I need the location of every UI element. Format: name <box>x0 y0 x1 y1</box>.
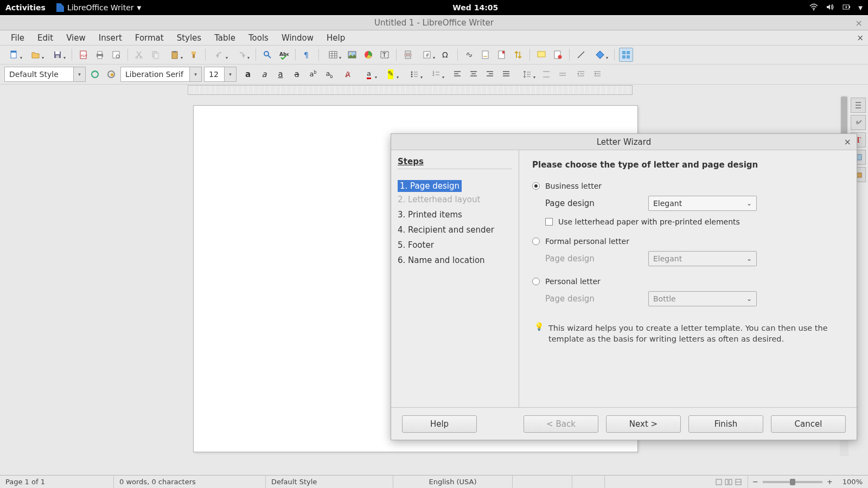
line-spacing-button[interactable] <box>518 67 537 81</box>
insert-image-button[interactable] <box>345 48 359 62</box>
radio-formal-label[interactable]: Formal personal letter <box>545 237 629 246</box>
menu-help[interactable]: Help <box>320 31 352 45</box>
underline-button[interactable]: a <box>273 67 288 81</box>
menu-file[interactable]: File <box>4 31 31 45</box>
zoom-in-icon[interactable]: + <box>827 478 833 486</box>
wizard-step-2[interactable]: 2. Letterhead layout <box>398 192 512 207</box>
zoom-controls[interactable]: − + <box>748 478 837 486</box>
wizard-cancel-button[interactable]: Cancel <box>771 415 846 433</box>
menu-window[interactable]: Window <box>275 31 320 45</box>
status-view-buttons[interactable] <box>710 476 748 488</box>
activities-button[interactable]: Activities <box>5 3 46 12</box>
bullet-list-button[interactable] <box>405 67 424 81</box>
save-button[interactable] <box>48 48 67 62</box>
font-color-button[interactable]: a <box>359 67 379 81</box>
strikethrough-button[interactable]: a <box>290 67 304 81</box>
status-selection[interactable] <box>572 476 605 488</box>
sidebar-tab-properties[interactable] <box>851 98 866 113</box>
zoom-slider[interactable] <box>763 481 822 483</box>
redo-button[interactable] <box>232 48 251 62</box>
wifi-icon[interactable] <box>809 3 818 12</box>
app-menu[interactable]: LibreOffice Writer ▼ <box>56 3 141 12</box>
formatting-marks-button[interactable]: ¶ <box>300 48 314 62</box>
battery-icon[interactable] <box>842 3 851 12</box>
radio-business-letter[interactable] <box>532 182 540 190</box>
increase-indent-button[interactable] <box>574 67 588 81</box>
number-list-button[interactable]: 12 <box>426 67 446 81</box>
wizard-help-button[interactable]: Help <box>402 415 477 433</box>
menu-insert[interactable]: Insert <box>92 31 129 45</box>
status-page[interactable]: Page 1 of 1 <box>0 476 114 488</box>
font-size-combo[interactable]: 12▾ <box>204 67 237 82</box>
menu-styles[interactable]: Styles <box>170 31 208 45</box>
wizard-step-5[interactable]: 5. Footer <box>398 237 512 253</box>
wizard-close-button[interactable]: × <box>844 137 851 147</box>
menu-format[interactable]: Format <box>129 31 170 45</box>
highlight-button[interactable]: ✎ <box>381 67 400 81</box>
align-justify-button[interactable] <box>499 67 513 81</box>
wizard-step-1[interactable]: 1. Page design <box>398 180 512 192</box>
new-style-button[interactable]: ★ <box>104 67 118 81</box>
clock[interactable]: Wed 14:05 <box>452 3 498 12</box>
export-pdf-button[interactable]: PDF <box>76 48 91 62</box>
insert-textbox-button[interactable]: T <box>378 48 392 62</box>
horizontal-ruler[interactable] <box>188 85 633 95</box>
sidebar-tab-styles[interactable] <box>851 115 866 130</box>
print-preview-button[interactable] <box>109 48 123 62</box>
zoom-out-icon[interactable]: − <box>752 478 758 486</box>
undo-button[interactable] <box>210 48 229 62</box>
cross-ref-button[interactable] <box>511 48 525 62</box>
print-button[interactable] <box>93 48 107 62</box>
system-tray[interactable]: ▼ <box>809 3 863 12</box>
wizard-title-bar[interactable]: Letter Wizard × <box>391 134 857 150</box>
copy-button[interactable] <box>149 48 163 62</box>
decrease-indent-button[interactable] <box>590 67 604 81</box>
italic-button[interactable]: a <box>257 67 271 81</box>
font-name-combo[interactable]: Liberation Serif▾ <box>120 67 202 82</box>
radio-personal-letter[interactable] <box>532 278 540 285</box>
menu-table[interactable]: Table <box>208 31 242 45</box>
window-close-button[interactable]: × <box>856 18 863 28</box>
track-changes-button[interactable] <box>551 48 565 62</box>
letterhead-checkbox[interactable] <box>545 218 553 226</box>
para-space-inc-button[interactable] <box>539 67 553 81</box>
insert-field-button[interactable]: # <box>417 48 437 62</box>
document-close-button[interactable]: × <box>857 33 864 43</box>
paste-button[interactable] <box>165 48 184 62</box>
find-replace-button[interactable] <box>260 48 275 62</box>
radio-business-label[interactable]: Business letter <box>545 182 602 190</box>
wizard-next-button[interactable]: Next > <box>606 415 681 433</box>
comment-button[interactable] <box>534 48 548 62</box>
spellcheck-button[interactable]: Abc <box>277 48 291 62</box>
wizard-step-4[interactable]: 4. Recipient and sender <box>398 222 512 237</box>
special-char-button[interactable]: Ω <box>439 48 453 62</box>
volume-icon[interactable] <box>826 3 834 12</box>
subscript-button[interactable]: ab <box>322 67 336 81</box>
paragraph-style-combo[interactable]: Default Style▾ <box>4 67 86 82</box>
new-doc-button[interactable] <box>4 48 24 62</box>
status-language[interactable]: English (USA) <box>393 476 513 488</box>
status-style[interactable]: Default Style <box>266 476 393 488</box>
wizard-step-6[interactable]: 6. Name and location <box>398 253 512 268</box>
chevron-down-icon[interactable]: ▼ <box>858 5 863 11</box>
page-design-select-business[interactable]: Elegant <box>648 196 757 211</box>
superscript-button[interactable]: ab <box>306 67 320 81</box>
footnote-button[interactable] <box>478 48 493 62</box>
hyperlink-button[interactable] <box>462 48 476 62</box>
status-words[interactable]: 0 words, 0 characters <box>114 476 266 488</box>
insert-chart-button[interactable] <box>361 48 375 62</box>
wizard-finish-button[interactable]: Finish <box>688 415 763 433</box>
radio-personal-label[interactable]: Personal letter <box>545 277 601 286</box>
align-center-button[interactable] <box>467 67 481 81</box>
cut-button[interactable] <box>132 48 146 62</box>
radio-formal-letter[interactable] <box>532 237 540 245</box>
page-break-button[interactable] <box>401 48 415 62</box>
menu-tools[interactable]: Tools <box>242 31 275 45</box>
line-button[interactable] <box>574 48 588 62</box>
status-insertmode[interactable] <box>513 476 572 488</box>
show-draw-button[interactable] <box>619 48 633 62</box>
basic-shapes-button[interactable] <box>590 48 610 62</box>
align-right-button[interactable] <box>483 67 497 81</box>
bookmark-icon[interactable] <box>495 48 509 62</box>
menu-edit[interactable]: Edit <box>31 31 60 45</box>
